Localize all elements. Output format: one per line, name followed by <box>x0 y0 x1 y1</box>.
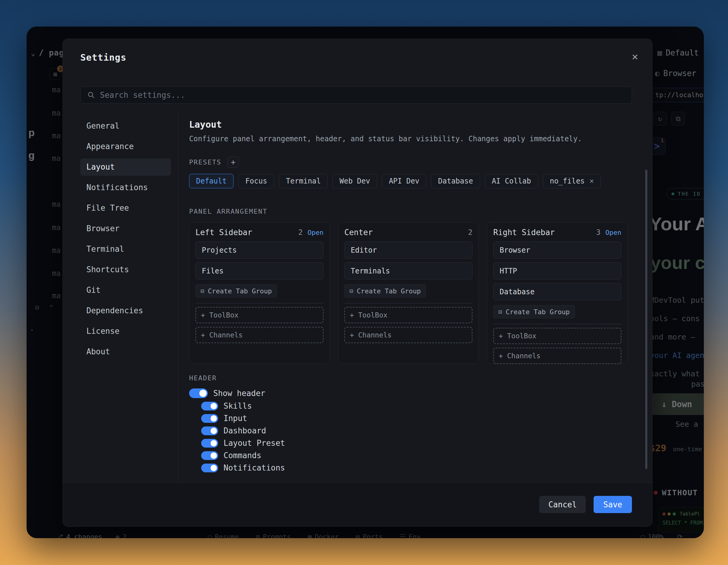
toggle-row-skills: Skills <box>189 401 634 410</box>
panel-open-link[interactable]: Open <box>308 229 324 236</box>
panel-count: 3 <box>596 228 601 237</box>
nav-item-about[interactable]: About <box>80 343 171 360</box>
close-icon[interactable]: × <box>632 50 638 63</box>
tab-group-icon: ⊟ <box>201 287 204 294</box>
drop-zone-channels[interactable]: + Channels <box>493 348 621 364</box>
settings-search[interactable] <box>80 86 632 104</box>
panel-tab-terminals[interactable]: Terminals <box>344 262 472 280</box>
panel-tab-http[interactable]: HTTP <box>493 262 621 280</box>
page-description: Configure panel arrangement, header, and… <box>189 135 634 143</box>
drop-zone-channels[interactable]: + Channels <box>195 327 324 343</box>
panel-count: 2 <box>468 228 472 237</box>
header-section-label: HEADER <box>189 374 634 382</box>
panel-title: Center <box>344 228 468 237</box>
panel-arrangement-label: PANEL ARRANGEMENT <box>189 208 634 215</box>
settings-content: Layout Configure panel arrangement, head… <box>189 114 634 472</box>
sidebar-divider <box>178 111 178 482</box>
settings-modal: Settings × General Appearance Layout Not… <box>63 39 652 527</box>
toggle-row-commands: Commands <box>189 451 634 460</box>
panel-title: Left Sidebar <box>195 228 298 237</box>
search-input[interactable] <box>100 91 625 100</box>
add-preset-button[interactable]: + <box>227 156 239 168</box>
create-tab-group-button[interactable]: ⊟ Create Tab Group <box>344 284 426 297</box>
modal-footer: Cancel Save <box>63 482 652 526</box>
panel-cards: Left Sidebar 2 Open Projects Files ⊟ Cre… <box>189 223 634 364</box>
search-icon <box>87 91 95 99</box>
notifications-toggle[interactable] <box>201 464 218 472</box>
panel-open-link[interactable]: Open <box>605 229 621 236</box>
panel-tab-projects[interactable]: Projects <box>195 242 324 259</box>
drop-zone-channels[interactable]: + Channels <box>344 327 472 343</box>
tab-group-icon: ⊟ <box>498 308 502 315</box>
nav-item-appearance[interactable]: Appearance <box>80 138 171 155</box>
settings-nav: General Appearance Layout Notifications … <box>80 117 171 360</box>
nav-item-layout[interactable]: Layout <box>80 159 171 176</box>
cancel-button[interactable]: Cancel <box>539 496 586 513</box>
preset-chip-default[interactable]: Default <box>189 174 234 188</box>
layout-preset-toggle[interactable] <box>201 439 218 448</box>
preset-chip-database[interactable]: Database <box>431 174 480 188</box>
panel-tab-database[interactable]: Database <box>493 283 621 300</box>
nav-item-file-tree[interactable]: File Tree <box>80 200 171 217</box>
toggle-row-show-header: Show header <box>189 388 634 398</box>
preset-chip-ai-collab[interactable]: AI Collab <box>485 174 538 188</box>
preset-chip-focus[interactable]: Focus <box>238 174 274 188</box>
drop-zone-toolbox[interactable]: + ToolBox <box>344 307 472 323</box>
modal-scrollbar[interactable] <box>645 170 647 469</box>
panel-tab-editor[interactable]: Editor <box>344 242 472 259</box>
nav-item-shortcuts[interactable]: Shortcuts <box>80 261 171 278</box>
app-window: ⌄/ pag ▦ 2 ma ma ma ma ma ma ma ma ma p … <box>27 27 704 538</box>
toggle-row-input: Input <box>189 414 634 423</box>
card-divider <box>493 324 621 324</box>
preset-chip-web-dev[interactable]: Web Dev <box>333 174 377 188</box>
preset-chip-terminal[interactable]: Terminal <box>279 174 328 188</box>
skills-toggle[interactable] <box>201 402 218 410</box>
preset-chip-api-dev[interactable]: API Dev <box>382 174 426 188</box>
nav-item-browser[interactable]: Browser <box>80 220 171 237</box>
card-divider <box>195 303 324 303</box>
toggle-row-dashboard: Dashboard <box>189 426 634 435</box>
nav-item-license[interactable]: License <box>80 322 171 340</box>
save-button[interactable]: Save <box>594 496 632 513</box>
toggle-row-layout-preset: Layout Preset <box>189 438 634 448</box>
nav-item-notifications[interactable]: Notifications <box>80 179 171 196</box>
modal-title: Settings <box>80 52 127 63</box>
input-toggle[interactable] <box>201 414 218 423</box>
dashboard-toggle[interactable] <box>201 426 218 435</box>
panel-card-left-sidebar: Left Sidebar 2 Open Projects Files ⊟ Cre… <box>189 223 330 364</box>
preset-chips: Default Focus Terminal Web Dev API Dev D… <box>189 174 634 188</box>
tab-group-icon: ⊟ <box>350 287 353 294</box>
panel-title: Right Sidebar <box>493 228 596 237</box>
remove-preset-icon[interactable]: × <box>590 177 594 185</box>
commands-toggle[interactable] <box>201 451 218 460</box>
create-tab-group-button[interactable]: ⊟ Create Tab Group <box>493 305 575 318</box>
nav-item-terminal[interactable]: Terminal <box>80 241 171 258</box>
card-divider <box>344 303 472 303</box>
panel-tab-files[interactable]: Files <box>195 262 324 280</box>
panel-tab-browser[interactable]: Browser <box>493 242 621 259</box>
panel-count: 2 <box>298 228 303 237</box>
panel-card-right-sidebar: Right Sidebar 3 Open Browser HTTP Databa… <box>487 223 628 364</box>
nav-item-dependencies[interactable]: Dependencies <box>80 302 171 319</box>
show-header-toggle[interactable] <box>189 388 208 398</box>
nav-item-git[interactable]: Git <box>80 282 171 299</box>
panel-card-center: Center 2 Editor Terminals ⊟ Create Tab G… <box>338 223 479 364</box>
drop-zone-toolbox[interactable]: + ToolBox <box>195 307 324 323</box>
drop-zone-toolbox[interactable]: + ToolBox <box>493 328 621 344</box>
create-tab-group-button[interactable]: ⊟ Create Tab Group <box>195 284 277 297</box>
preset-chip-no-files[interactable]: no_files × <box>543 174 601 188</box>
presets-label: PRESETS <box>189 159 221 166</box>
page-title: Layout <box>189 119 634 130</box>
toggle-row-notifications: Notifications <box>189 463 634 472</box>
nav-item-general[interactable]: General <box>80 117 171 135</box>
